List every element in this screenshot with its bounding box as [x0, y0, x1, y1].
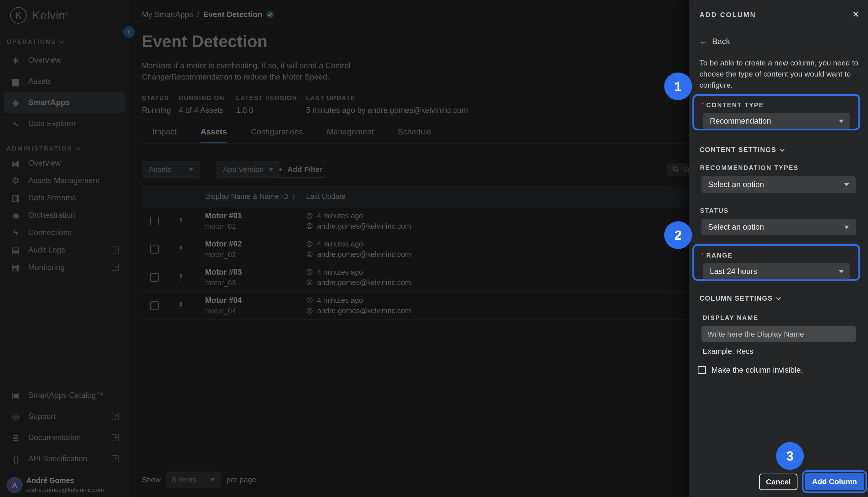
pin-icon[interactable]: [177, 273, 185, 282]
column-name-label: Display Name & Name ID: [205, 193, 288, 201]
monitoring-icon: ▦: [10, 262, 21, 272]
pin-icon[interactable]: [177, 217, 185, 225]
invisible-column-label: Make the column invisible.: [711, 366, 803, 375]
administration-title: ADMINISTRATION: [6, 145, 72, 152]
asset-name[interactable]: Motor #02: [205, 239, 297, 248]
row-checkbox[interactable]: [150, 217, 159, 225]
sidebar-item-support[interactable]: ◎ Support ↗: [0, 406, 129, 427]
tab-management[interactable]: Management: [327, 127, 374, 143]
back-button[interactable]: ← Back: [700, 37, 730, 46]
clock-icon: [306, 269, 313, 276]
sidebar-item-label: Data Explorer: [28, 119, 76, 128]
caret-down-icon: [188, 168, 194, 171]
cancel-button[interactable]: Cancel: [759, 473, 797, 490]
content-type-dropdown[interactable]: Recommendation: [703, 113, 850, 129]
add-column-button[interactable]: Add Column: [805, 473, 864, 490]
tab-schedule[interactable]: Schedule: [398, 127, 431, 143]
app-version-filter-dropdown[interactable]: App Version: [216, 161, 280, 178]
status-dropdown[interactable]: Select an option: [701, 219, 856, 236]
person-icon: [306, 251, 313, 258]
asset-id: motor_01: [205, 222, 297, 231]
close-icon[interactable]: ×: [852, 9, 859, 20]
caret-down-icon: [844, 226, 849, 229]
sidebar-footer-group: ▣ SmartApps Catalog™ ◎ Support ↗ ≣ Docum…: [0, 385, 129, 469]
assets-icon: ▆: [10, 76, 21, 86]
tab-configurations[interactable]: Configurations: [251, 127, 303, 143]
sidebar-item-smartapps[interactable]: ◈ SmartApps: [4, 92, 125, 113]
status-field-value: Select an option: [708, 223, 764, 232]
search-icon: [672, 166, 679, 173]
user-name: André Gomes: [26, 477, 74, 485]
caret-down-icon: [839, 119, 844, 123]
recommendation-types-dropdown[interactable]: Select an option: [701, 176, 856, 193]
row-checkbox[interactable]: [150, 245, 159, 254]
sidebar-item-admin-overview[interactable]: ▦ Overview: [0, 154, 129, 172]
sidebar-item-api-specification[interactable]: { } API Specification ↗: [0, 448, 129, 469]
overview-grid-icon: ▦: [10, 158, 21, 168]
sidebar-item-documentation[interactable]: ≣ Documentation ↗: [0, 427, 129, 448]
row-controls: [142, 235, 197, 263]
page-size-dropdown[interactable]: 8 items: [166, 472, 221, 488]
content-type-value: Recommendation: [710, 117, 771, 126]
column-settings-title: COLUMN SETTINGS: [700, 295, 773, 302]
caret-down-icon: [210, 478, 215, 481]
panel-header: ADD COLUMN ×: [689, 0, 868, 30]
breadcrumb-parent-link[interactable]: My SmartApps: [142, 10, 193, 19]
latest-version-label: LATEST VERSION: [236, 95, 297, 102]
orchestration-icon: ◉: [10, 210, 21, 220]
row-updated-by: andre.gomes@kelvininc.com: [317, 250, 411, 259]
pagination-suffix-label: per page: [226, 475, 256, 484]
pin-icon[interactable]: [177, 302, 185, 310]
add-filter-button[interactable]: + Add Filter: [275, 161, 326, 178]
sidebar-item-assets-management[interactable]: ⚙ Assets Management: [0, 172, 129, 189]
row-updated-by: andre.gomes@kelvininc.com: [317, 222, 411, 230]
sidebar-item-smartapps-catalog[interactable]: ▣ SmartApps Catalog™: [0, 385, 129, 406]
administration-section-header[interactable]: ADMINISTRATION: [6, 145, 80, 152]
assets-filter-dropdown[interactable]: Assets: [142, 161, 200, 178]
sidebar-item-label: Support: [28, 412, 56, 421]
sort-icon[interactable]: ↓↑: [292, 193, 297, 200]
sidebar-item-overview[interactable]: ∗ Overview: [0, 49, 129, 71]
row-updated: 4 minutes ago: [317, 240, 363, 248]
catalog-icon: ▣: [10, 390, 21, 400]
sidebar-item-audit-logs[interactable]: ▤ Audit Logs ↗: [0, 241, 129, 259]
range-dropdown[interactable]: Last 24 hours: [703, 264, 850, 280]
sidebar-item-connections[interactable]: ϟ Connections: [0, 224, 129, 241]
tab-assets[interactable]: Assets: [200, 127, 227, 143]
assets-filter-label: Assets: [149, 165, 171, 174]
invisible-column-checkbox[interactable]: [698, 366, 706, 374]
user-profile[interactable]: A André Gomes andre.gomes@kelvininc.com: [0, 471, 129, 497]
sidebar-item-label: Assets Management: [28, 176, 99, 185]
asset-name[interactable]: Motor #04: [205, 296, 297, 305]
tab-impact[interactable]: Impact: [152, 127, 177, 143]
row-controls: [142, 292, 197, 320]
status-field-label: STATUS: [700, 207, 729, 214]
sidebar-item-data-streams[interactable]: ▥ Data Streams: [0, 189, 129, 207]
assets-management-icon: ⚙: [10, 175, 21, 186]
sidebar-item-data-explorer[interactable]: ∿ Data Explorer: [0, 113, 129, 134]
column-settings-header[interactable]: COLUMN SETTINGS: [700, 295, 780, 302]
display-name-input[interactable]: [701, 326, 856, 342]
app-root: K Kelvin® OPERATIONS ∗ Overview ▆ Assets…: [0, 0, 868, 497]
row-checkbox[interactable]: [150, 301, 159, 310]
asset-name[interactable]: Motor #01: [205, 211, 297, 220]
caret-down-icon: [839, 270, 844, 273]
sidebar-item-label: Overview: [28, 159, 61, 168]
recommendation-types-value: Select an option: [708, 180, 764, 189]
table-header-name[interactable]: Display Name & Name ID ↓↑: [197, 186, 297, 207]
sidebar-item-monitoring[interactable]: ▦ Monitoring ↗: [0, 259, 129, 276]
sidebar-collapse-button[interactable]: [123, 26, 135, 38]
divider: [689, 140, 868, 140]
row-checkbox[interactable]: [150, 273, 159, 282]
operations-section-header[interactable]: OPERATIONS: [6, 38, 63, 45]
last-update-label: LAST UPDATE: [306, 95, 355, 102]
person-icon: [306, 307, 313, 314]
display-name-hint: Example: Recs: [702, 347, 753, 355]
breadcrumb: My SmartApps / Event Detection: [142, 10, 274, 19]
asset-name[interactable]: Motor #03: [205, 268, 297, 277]
content-settings-header[interactable]: CONTENT SETTINGS: [700, 146, 784, 154]
chevron-down-icon: [75, 145, 80, 150]
pin-icon[interactable]: [177, 245, 185, 253]
sidebar-item-assets[interactable]: ▆ Assets: [0, 71, 129, 92]
sidebar-item-orchestration[interactable]: ◉ Orchestration: [0, 207, 129, 224]
